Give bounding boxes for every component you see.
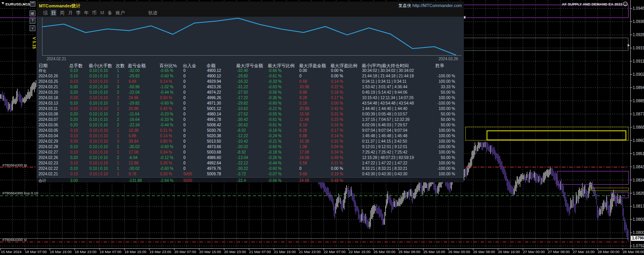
svg-text:1.08685: 1.08685 <box>633 125 644 129</box>
svg-text:1.09365: 1.09365 <box>633 19 644 24</box>
svg-text:#780664300 tp: #780664300 tp <box>2 163 27 167</box>
svg-text:1.09025: 1.09025 <box>633 72 644 77</box>
svg-text:#780664300 sl: #780664300 sl <box>2 238 26 242</box>
svg-text:25 Mar 16:00: 25 Mar 16:00 <box>423 250 445 254</box>
svg-text:#780664300 buy 0.10: #780664300 buy 0.10 <box>2 191 38 195</box>
svg-text:27 Mar 08:00: 27 Mar 08:00 <box>548 250 570 254</box>
svg-text:1.08855: 1.08855 <box>633 99 644 103</box>
svg-text:1.08345: 1.08345 <box>633 178 644 182</box>
svg-text:26 Mar 00:00: 26 Mar 00:00 <box>448 250 470 254</box>
svg-text:1.08940: 1.08940 <box>633 86 644 90</box>
svg-text:26 Mar 08:00: 26 Mar 08:00 <box>473 250 495 254</box>
svg-text:1.08515: 1.08515 <box>633 152 644 156</box>
svg-text:25 Mar 00:00: 25 Mar 00:00 <box>374 250 395 254</box>
svg-text:1.09195: 1.09195 <box>633 46 644 50</box>
svg-text:18 Mar 23:00: 18 Mar 23:00 <box>75 250 97 254</box>
svg-text:18 Mar 07:00: 18 Mar 07:00 <box>25 250 47 254</box>
svg-text:1.08005: 1.08005 <box>633 231 644 235</box>
svg-text:21 Mar 07:00: 21 Mar 07:00 <box>249 250 271 254</box>
svg-text:1.07969: 1.07969 <box>632 236 644 240</box>
svg-text:AF SUPPLY AND DEMAND EA 2022: AF SUPPLY AND DEMAND EA 2022 <box>562 2 622 6</box>
svg-text:1.08260: 1.08260 <box>633 191 644 196</box>
svg-text:1.09450: 1.09450 <box>633 6 644 10</box>
svg-text:28 Mar 00:00: 28 Mar 00:00 <box>598 250 619 254</box>
svg-text:26 Mar 16:00: 26 Mar 16:00 <box>498 250 520 254</box>
svg-text:25 Mar 08:00: 25 Mar 08:00 <box>398 250 420 254</box>
svg-text:20 Mar 15:00: 20 Mar 15:00 <box>199 250 221 254</box>
svg-text:20 Mar 23:00: 20 Mar 23:00 <box>224 250 246 254</box>
svg-text:28 Mar 08:00: 28 Mar 08:00 <box>623 250 644 254</box>
svg-text:20 Mar 07:00: 20 Mar 07:00 <box>174 250 196 254</box>
svg-text:15 Mar 2024: 15 Mar 2024 <box>1 250 21 254</box>
svg-text:19 Mar 23:00: 19 Mar 23:00 <box>149 250 171 254</box>
svg-text:22 Mar 15:00: 22 Mar 15:00 <box>349 250 370 254</box>
svg-text:?: ? <box>32 19 34 23</box>
svg-text:21 Mar 15:00: 21 Mar 15:00 <box>274 250 296 254</box>
svg-text:27 Mar 00:00: 27 Mar 00:00 <box>523 250 545 254</box>
svg-text:移: 移 <box>30 12 34 16</box>
svg-text:1.08175: 1.08175 <box>633 204 644 208</box>
svg-text:V 5.15: V 5.15 <box>32 37 37 49</box>
svg-text:1.08430: 1.08430 <box>633 165 644 169</box>
svg-text:1.08090: 1.08090 <box>633 217 644 222</box>
svg-text:1.08770: 1.08770 <box>633 112 644 116</box>
svg-text:1.08600: 1.08600 <box>633 138 644 143</box>
svg-text:19 Mar 15:00: 19 Mar 15:00 <box>125 250 146 254</box>
svg-text:1.09280: 1.09280 <box>633 33 644 37</box>
svg-text:19 Mar 07:00: 19 Mar 07:00 <box>100 250 121 254</box>
svg-text:18 Mar 15:00: 18 Mar 15:00 <box>50 250 72 254</box>
svg-text:EURUSD,M15: EURUSD,M15 <box>5 2 30 6</box>
svg-text:27 Mar 16:00: 27 Mar 16:00 <box>573 250 595 254</box>
svg-text:22 Mar 07:00: 22 Mar 07:00 <box>324 250 346 254</box>
svg-text:√: √ <box>32 26 34 30</box>
svg-text:1.07920: 1.07920 <box>633 244 644 248</box>
svg-text:1.09110: 1.09110 <box>633 59 644 63</box>
svg-text:21 Mar 23:00: 21 Mar 23:00 <box>299 250 321 254</box>
